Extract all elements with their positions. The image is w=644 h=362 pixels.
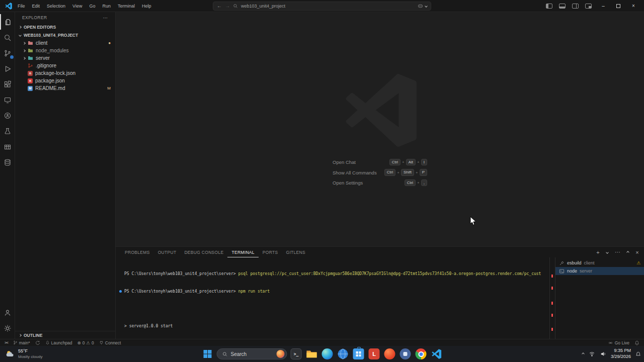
extensions-icon[interactable] [0,76,15,92]
terminal-item-node[interactable]: node server [555,267,644,275]
windows-terminal-app-icon[interactable]: >_ [290,347,303,360]
vscode-app-icon[interactable] [430,347,443,360]
terminal-line: PS C:\Users\tonyh\web103_unit4_project\s… [124,289,549,295]
clock[interactable]: 9:35 PM 3/29/2026 [611,348,631,359]
hidden-icons-chevron[interactable] [582,352,585,355]
customize-layout-icon[interactable] [585,4,592,9]
terminal-overview-ruler[interactable] [549,257,555,339]
chevron-right-icon [19,26,22,29]
outline-section[interactable]: OUTLINE [15,331,115,339]
tab-terminal[interactable]: TERMINAL [227,247,258,257]
chrome-app-icon[interactable] [415,347,428,360]
file-tree: client ● node_modules server .gitignore [15,39,115,92]
remote-indicator[interactable]: >< [2,339,11,346]
terminal-output[interactable]: PS C:\Users\tonyh\web103_unit4_project\s… [116,257,549,339]
tab-debug-console[interactable]: DEBUG CONSOLE [180,247,227,257]
chevron-down-icon[interactable] [425,5,428,8]
titlebar: File Edit Selection View Go Run Terminal… [0,0,644,12]
menu-selection[interactable]: Selection [43,2,69,10]
store-app-icon[interactable] [352,347,365,360]
source-control-icon[interactable] [0,45,15,61]
new-terminal-icon[interactable]: + [596,249,600,255]
live-share-icon[interactable] [0,108,15,123]
testing-icon[interactable] [0,123,15,139]
tree-item-package-lock[interactable]: n package-lock.json [15,69,115,77]
account-icon[interactable] [0,305,15,320]
toggle-primary-sidebar-icon[interactable] [546,4,552,9]
close-panel-icon[interactable]: × [635,249,639,255]
git-branch-item[interactable]: main* [11,339,33,346]
blue-app-icon[interactable] [399,347,412,360]
toggle-secondary-sidebar-icon[interactable] [572,4,579,9]
views-more-actions-icon[interactable]: ⋯ [103,15,108,21]
tab-problems[interactable]: PROBLEMS [121,247,154,257]
globe-browser-app-icon[interactable] [337,347,350,360]
tree-item-server[interactable]: server [15,54,115,62]
orange-app-icon[interactable] [383,347,396,360]
search-highlight-icon[interactable] [277,350,285,358]
explorer-icon[interactable] [0,14,15,30]
weather-widget[interactable]: 55°FMostly cloudy [5,348,42,359]
git-icon [28,63,33,68]
maximize-button[interactable] [611,0,626,12]
sqltools-connect-item[interactable]: Connect [97,339,124,346]
tab-ports[interactable]: PORTS [259,247,282,257]
more-actions-icon[interactable]: ⋯ [615,249,620,255]
remote-explorer-icon[interactable] [0,92,15,108]
menu-file[interactable]: File [14,2,29,10]
terminal-line [124,306,549,312]
containers-icon[interactable] [0,139,15,154]
tree-item-gitignore[interactable]: .gitignore [15,62,115,69]
back-icon[interactable]: ← [217,4,222,9]
edge-app-icon[interactable] [321,347,334,360]
menu-edit[interactable]: Edit [29,2,44,10]
tree-item-node-modules[interactable]: node_modules [15,47,115,54]
settings-gear-icon[interactable] [0,320,15,336]
database-icon[interactable] [0,154,15,170]
problems-item[interactable]: ⊗0 ⚠0 [75,339,97,346]
go-live-item[interactable]: Go Live [605,340,632,345]
menu-run[interactable]: Run [99,2,114,10]
tree-item-readme[interactable]: M README.md M [15,84,115,92]
red-app-icon[interactable]: L [368,347,381,360]
volume-icon[interactable] [600,351,606,357]
run-and-debug-icon[interactable] [0,61,15,76]
source-control-badge [10,55,14,59]
file-explorer-app-icon[interactable] [305,347,318,360]
command-center[interactable]: ← → web103_unit4_project [213,2,431,11]
command-decoration-icon[interactable] [119,290,122,293]
notification-bell-icon[interactable] [635,351,641,357]
notifications-bell-icon[interactable] [632,340,642,345]
activity-bar [0,12,15,339]
launch-profile-dropdown-icon[interactable] [606,251,609,254]
terminal-item-esbuild[interactable]: esbuild client ⚠ [555,259,644,267]
workspace-root-row[interactable]: WEB103_UNIT4_PROJECT [15,31,115,39]
menu-view[interactable]: View [69,2,86,10]
windows-taskbar: 55°FMostly cloudy Search >_ L [0,346,644,362]
start-button[interactable] [201,347,214,360]
close-button[interactable]: × [626,0,641,12]
broadcast-icon [608,340,613,345]
minimize-button[interactable]: – [596,0,611,12]
search-icon[interactable] [0,30,15,45]
gitlens-launchpad-item[interactable]: Launchpad [43,339,75,346]
maximize-panel-icon[interactable] [626,251,629,254]
wifi-icon[interactable] [589,351,595,357]
forward-icon[interactable]: → [225,4,230,9]
open-editors-section[interactable]: OPEN EDITORS [15,23,115,31]
menu-help[interactable]: Help [138,2,155,10]
tab-output[interactable]: OUTPUT [154,247,181,257]
chevron-down-icon [19,34,22,37]
menu-terminal[interactable]: Terminal [114,2,138,10]
copilot-icon[interactable] [418,4,423,9]
taskbar-search-box[interactable]: Search [217,348,287,359]
sync-changes-item[interactable] [33,339,43,346]
error-icon: ⊗ [77,340,81,345]
toggle-panel-icon[interactable] [559,4,566,9]
menu-go[interactable]: Go [86,2,99,10]
folder-icon [28,55,33,61]
tab-gitlens[interactable]: GITLENS [282,247,309,257]
tree-item-client[interactable]: client ● [15,39,115,47]
system-tray: 9:35 PM 3/29/2026 [582,348,641,359]
tree-item-package-json[interactable]: n package.json [15,77,115,84]
